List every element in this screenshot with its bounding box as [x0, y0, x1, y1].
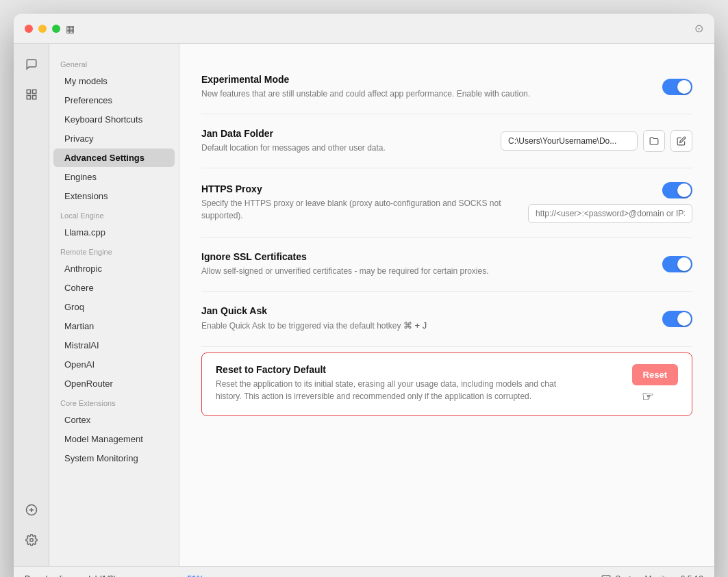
svg-rect-2 [27, 96, 30, 99]
progress-pct: 51% [187, 574, 203, 578]
experimental-mode-title: Experimental Mode [201, 74, 662, 85]
sidebar-item-cortex[interactable]: Cortex [53, 411, 175, 429]
jan-quick-ask-control [662, 311, 692, 327]
sidebar-item-engines[interactable]: Engines [53, 168, 175, 186]
jan-quick-ask-row: Jan Quick Ask Enable Quick Ask to be tri… [201, 292, 692, 347]
system-monitor-label[interactable]: System Monitor [615, 574, 672, 578]
sidebar-item-system-monitoring[interactable]: System Monitoring [53, 449, 175, 467]
experimental-mode-info: Experimental Mode New features that are … [201, 74, 662, 100]
ignore-ssl-info: Ignore SSL Certificates Allow self-signe… [201, 251, 662, 277]
download-label: Downloading model (1/3) [25, 574, 116, 578]
svg-point-7 [29, 539, 33, 542]
grid-icon[interactable] [19, 82, 44, 107]
https-proxy-desc: Specify the HTTPS proxy or leave blank (… [201, 197, 528, 222]
https-proxy-title: HTTPS Proxy [201, 183, 528, 194]
maximize-button[interactable] [52, 25, 60, 33]
experimental-mode-desc: New features that are still unstable and… [201, 88, 544, 100]
settings-icon[interactable] [19, 528, 44, 552]
reset-factory-desc: Reset the application to its initial sta… [216, 378, 558, 402]
app-window: ▦ ⊙ [14, 14, 714, 577]
sidebar-item-privacy[interactable]: Privacy [53, 129, 175, 148]
https-proxy-info: HTTPS Proxy Specify the HTTPS proxy or l… [201, 183, 528, 222]
proxy-input[interactable] [528, 204, 692, 223]
jan-quick-ask-toggle[interactable] [662, 311, 692, 327]
reset-factory-title: Reset to Factory Default [216, 364, 605, 375]
sidebar-item-llama-cpp[interactable]: Llama.cpp [53, 223, 175, 242]
https-proxy-row: HTTPS Proxy Specify the HTTPS proxy or l… [201, 168, 692, 238]
jan-data-folder-row: Jan Data Folder Default location for mes… [201, 114, 692, 168]
sidebar-item-preferences[interactable]: Preferences [53, 91, 175, 110]
core-extensions-section-label: Core Extensions [49, 394, 179, 410]
sidebar-item-martian[interactable]: Martian [53, 317, 175, 335]
svg-rect-3 [32, 96, 36, 99]
remote-engine-section-label: Remote Engine [49, 242, 179, 259]
version-label: v0.5.12 [677, 574, 703, 578]
sidebar-item-my-models[interactable]: My models [53, 72, 175, 90]
icon-sidebar-bottom [19, 498, 44, 558]
svg-rect-1 [32, 90, 36, 93]
add-icon[interactable] [19, 498, 44, 522]
help-icon[interactable]: ⊙ [694, 22, 703, 35]
reset-factory-section: Reset to Factory Default Reset the appli… [201, 352, 692, 416]
titlebar: ▦ ⊙ [14, 14, 714, 44]
toggle-track [662, 182, 692, 198]
app-icon: ▦ [66, 23, 75, 34]
sidebar-item-keyboard-shortcuts[interactable]: Keyboard Shortcuts [53, 110, 175, 129]
main-layout: General My models Preferences Keyboard S… [14, 44, 714, 566]
folder-path-value: C:\Users\YourUsername\Do... [501, 131, 638, 151]
traffic-lights [25, 25, 60, 33]
jan-data-folder-info: Jan Data Folder Default location for mes… [201, 128, 501, 154]
svg-rect-0 [27, 90, 30, 93]
ignore-ssl-row: Ignore SSL Certificates Allow self-signe… [201, 238, 692, 292]
reset-button[interactable]: Reset [632, 364, 678, 385]
https-proxy-toggle[interactable] [662, 182, 692, 198]
chat-icon[interactable] [19, 52, 44, 77]
folder-browse-button[interactable] [643, 130, 665, 152]
https-proxy-control [528, 182, 692, 223]
ignore-ssl-title: Ignore SSL Certificates [201, 251, 662, 262]
statusbar-right: System Monitor v0.5.12 [601, 574, 703, 578]
sidebar-item-extensions[interactable]: Extensions [53, 187, 175, 205]
ignore-ssl-desc: Allow self-signed or unverified certific… [201, 265, 544, 277]
sidebar-item-anthropic[interactable]: Anthropic [53, 259, 175, 278]
folder-edit-button[interactable] [670, 130, 692, 152]
toggle-track [662, 256, 692, 272]
hotkey-display: ⌘ + J [403, 320, 427, 331]
experimental-mode-control [662, 79, 692, 95]
sidebar-item-advanced-settings[interactable]: Advanced Settings [53, 149, 175, 167]
experimental-mode-toggle[interactable] [662, 79, 692, 95]
ignore-ssl-control [662, 256, 692, 272]
jan-quick-ask-title: Jan Quick Ask [201, 305, 662, 316]
jan-data-folder-control: C:\Users\YourUsername\Do... [501, 130, 692, 152]
nav-sidebar: General My models Preferences Keyboard S… [49, 44, 179, 566]
minimize-button[interactable] [38, 25, 47, 33]
reset-factory-info: Reset to Factory Default Reset the appli… [216, 364, 605, 402]
close-button[interactable] [25, 25, 33, 33]
general-section-label: General [49, 55, 179, 71]
sidebar-item-openrouter[interactable]: OpenRouter [53, 374, 175, 393]
jan-quick-ask-desc: Enable Quick Ask to be triggered via the… [201, 319, 544, 333]
toggle-thumb [677, 183, 691, 197]
toggle-track [662, 79, 692, 95]
content-area: Experimental Mode New features that are … [179, 44, 714, 566]
toggle-track [662, 311, 692, 327]
sidebar-item-mistralai[interactable]: MistralAI [53, 336, 175, 355]
local-engine-section-label: Local Engine [49, 206, 179, 222]
sidebar-item-model-management[interactable]: Model Management [53, 430, 175, 448]
jan-data-folder-desc: Default location for messages and other … [201, 142, 501, 154]
statusbar: Downloading model (1/3) 51% System Monit… [14, 566, 714, 577]
icon-sidebar [14, 44, 49, 566]
ignore-ssl-toggle[interactable] [662, 256, 692, 272]
cursor-icon: ☞ [642, 388, 654, 405]
monitor-icon [601, 574, 611, 578]
jan-data-folder-title: Jan Data Folder [201, 128, 501, 139]
sidebar-item-openai[interactable]: OpenAI [53, 355, 175, 374]
sidebar-item-cohere[interactable]: Cohere [53, 279, 175, 297]
jan-quick-ask-info: Jan Quick Ask Enable Quick Ask to be tri… [201, 305, 662, 333]
toggle-thumb [677, 80, 691, 94]
toggle-thumb [677, 312, 691, 326]
sidebar-item-groq[interactable]: Groq [53, 298, 175, 316]
experimental-mode-row: Experimental Mode New features that are … [201, 60, 692, 114]
toggle-thumb [677, 257, 691, 271]
